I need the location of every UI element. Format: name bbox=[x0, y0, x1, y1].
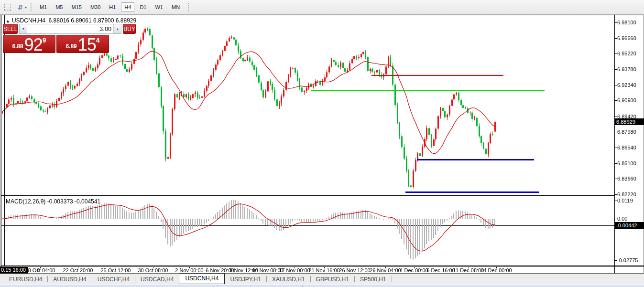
timeframe-button-w1[interactable]: W1 bbox=[152, 2, 166, 12]
time-axis-label: 4 Dec 00:00 bbox=[400, 267, 428, 273]
toolbar-grip bbox=[188, 3, 189, 11]
one-click-trading-panel: SELL ▼ ▲ BUY 6.88 92 9 6.89 15 4 bbox=[3, 24, 110, 53]
axis-tick-label: 6.86540 bbox=[617, 145, 636, 150]
sell-price-point: 9 bbox=[43, 36, 46, 44]
axis-tick-label: 6.93780 bbox=[617, 66, 636, 72]
one-click-top-row: SELL ▼ ▲ BUY bbox=[3, 24, 110, 34]
status-separator bbox=[302, 285, 303, 287]
sell-price-prefix: 6.88 bbox=[12, 43, 23, 50]
top-toolbar: ⇵ ▾ M1M5M15M30H1H4D1W1MN bbox=[0, 0, 644, 15]
tab-eurusd-h4[interactable]: EURUSD,H4 bbox=[4, 275, 47, 284]
axis-tick-label: 6.85100 bbox=[617, 160, 636, 166]
time-axis-label: 11 Dec 08:00 bbox=[453, 267, 484, 273]
axis-tick-label: 6.92340 bbox=[617, 82, 636, 88]
chart-title: ▲USDCNH,H4 6.88016 6.89061 6.87900 6.889… bbox=[6, 17, 136, 24]
selected-time-tag: 0.15 16:00 bbox=[0, 266, 28, 274]
axis-tick-label: 6.95220 bbox=[617, 51, 636, 56]
sell-price-button[interactable]: 6.88 92 9 bbox=[3, 35, 55, 53]
tab-gbpusd-h1[interactable]: GBPUSD,H1 bbox=[311, 275, 354, 284]
tab-separator bbox=[392, 276, 392, 282]
timeframe-button-h4[interactable]: H4 bbox=[121, 2, 134, 12]
chart-symbol-label: USDCNH,H4 bbox=[12, 17, 45, 24]
timeframe-button-mn[interactable]: MN bbox=[168, 2, 183, 12]
axis-tick-label: 0.00 bbox=[617, 216, 627, 222]
macd-current-value-tag: -0.00442 bbox=[615, 222, 644, 229]
time-axis-label: 30 Oct 08:00 bbox=[138, 267, 168, 273]
axis-tick-label: 6.82220 bbox=[617, 191, 636, 197]
tab-xauusd-h1[interactable]: XAUUSD,H1 bbox=[267, 275, 310, 284]
time-axis-label: 14 Dec 00:00 bbox=[480, 267, 512, 273]
current-price-tag: 6.88929 bbox=[615, 118, 644, 125]
time-axis-label: 26 Nov 12:00 bbox=[339, 267, 370, 273]
one-click-price-row: 6.88 92 9 6.89 15 4 bbox=[3, 35, 110, 53]
axis-tick-label: 6.96660 bbox=[617, 35, 636, 41]
tab-usdcad-h4[interactable]: USDCAD,H4 bbox=[135, 275, 179, 284]
buy-price-button[interactable]: 6.89 15 4 bbox=[56, 35, 109, 53]
volume-increase-button[interactable]: ▲ bbox=[113, 24, 121, 33]
sell-price-pips: 92 bbox=[24, 37, 43, 53]
time-axis-label: 17 Nov 00:00 bbox=[279, 267, 310, 273]
volume-input[interactable] bbox=[27, 24, 113, 33]
symbol-arrow-icon: ▲ bbox=[6, 19, 10, 23]
ohlc-open: 6.88016 bbox=[49, 17, 69, 24]
crosshair-select-icon[interactable] bbox=[4, 4, 11, 11]
ohlc-low: 6.87900 bbox=[93, 17, 114, 24]
status-separator bbox=[218, 285, 218, 287]
timeframe-button-h1[interactable]: H1 bbox=[106, 2, 119, 12]
time-axis-label: 2 Nov 00:00 bbox=[175, 267, 203, 273]
macd-indicator-label: MACD(12,26,9) -0.003373 -0.004541 bbox=[6, 198, 100, 205]
time-axis-label: 21 Nov 16:00 bbox=[308, 267, 339, 273]
axis-tick-label: 6.90900 bbox=[617, 97, 636, 103]
tab-audusd-h4[interactable]: AUDUSD,H4 bbox=[48, 275, 91, 284]
buy-price-prefix: 6.89 bbox=[65, 43, 76, 50]
mt4-terminal-window: ⇵ ▾ M1M5M15M30H1H4D1W1MN ▲USDCNH,H4 6.88… bbox=[0, 0, 644, 287]
tick-arrows-icon[interactable]: ⇵ bbox=[18, 4, 23, 11]
timeframe-button-m1[interactable]: M1 bbox=[36, 2, 50, 12]
buy-price-pips: 15 bbox=[78, 37, 96, 53]
timeframe-button-m30[interactable]: M30 bbox=[87, 2, 104, 12]
time-axis-label: 25 Oct 12:00 bbox=[101, 267, 131, 273]
toolbar-grip bbox=[31, 3, 32, 11]
tab-usdcnh-h4[interactable]: USDCNH,H4 bbox=[179, 273, 225, 284]
axis-tick-label: 6.98100 bbox=[617, 20, 636, 25]
axis-tick-label: 6.87980 bbox=[617, 129, 636, 135]
timeframe-button-m5[interactable]: M5 bbox=[52, 2, 66, 12]
axis-tick-label: 0.0119 bbox=[617, 198, 633, 203]
sell-button[interactable]: SELL bbox=[3, 24, 18, 34]
tab-usdjpy-h1[interactable]: USDJPY,H1 bbox=[225, 275, 266, 284]
time-label-fragment: 8 bbox=[37, 267, 40, 273]
time-axis-label: 29 Nov 04:00 bbox=[370, 267, 401, 273]
chart-tabs-bar: EURUSD,H4AUDUSD,H4USDCHF,H4USDCAD,H4USDC… bbox=[0, 274, 644, 284]
timeframes-toolbar: M1M5M15M30H1H4D1W1MN bbox=[35, 2, 184, 12]
time-axis-label: 18 Oct 04:00 bbox=[25, 267, 55, 273]
buy-button[interactable]: BUY bbox=[123, 24, 136, 34]
axis-tick-label: -0.02775 bbox=[617, 257, 638, 263]
time-axis-label: 6 Dec 16:00 bbox=[426, 267, 455, 273]
dropdown-caret-icon[interactable]: ▾ bbox=[25, 5, 27, 10]
ohlc-close: 6.88929 bbox=[116, 17, 136, 24]
axis-tick-label: 6.83660 bbox=[617, 176, 636, 181]
timeframe-button-d1[interactable]: D1 bbox=[136, 2, 150, 12]
tab-usdchf-h4[interactable]: USDCHF,H4 bbox=[92, 275, 135, 284]
volume-spinner: ▼ ▲ bbox=[19, 24, 121, 34]
status-bar bbox=[0, 284, 644, 287]
timeframe-button-m15[interactable]: M15 bbox=[68, 2, 85, 12]
ohlc-high: 6.89061 bbox=[71, 17, 91, 24]
buy-price-point: 4 bbox=[96, 36, 100, 44]
time-axis-label: 22 Oct 20:00 bbox=[63, 267, 93, 273]
volume-decrease-button[interactable]: ▼ bbox=[20, 24, 27, 33]
status-separator bbox=[122, 285, 122, 287]
tab-sp500-h1[interactable]: SP500,H1 bbox=[355, 275, 392, 284]
